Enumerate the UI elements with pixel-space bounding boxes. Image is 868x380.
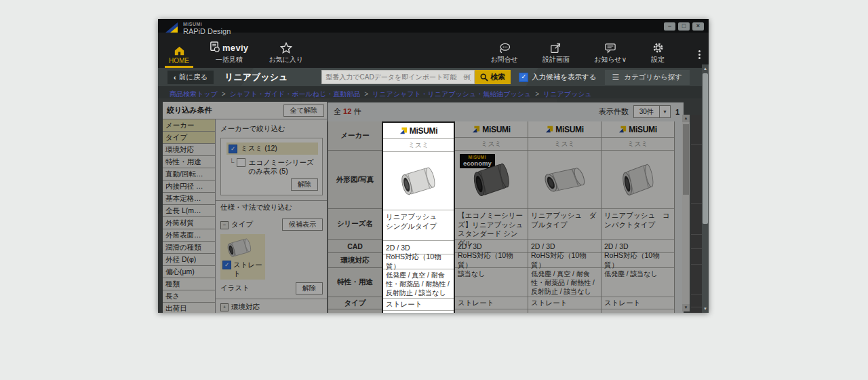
result-count: 全 12 件 (334, 107, 361, 117)
suggest-checkbox[interactable]: ✓ (519, 73, 528, 82)
type-filter-label: タイプ (231, 220, 253, 228)
category-search-button[interactable]: ☰ カテゴリから探す (605, 70, 690, 85)
minimize-button[interactable]: – (664, 22, 675, 31)
bushing-image (394, 166, 443, 196)
checkbox-checked-icon[interactable]: ✓ (222, 261, 231, 269)
breadcrumb-link[interactable]: リニアシャフト・リニアブッシュ・無給油ブッシュ (372, 90, 531, 99)
misumi-logo-icon (545, 126, 553, 134)
page-title: リニアブッシュ (224, 71, 288, 83)
filter-nav-item[interactable]: 潤滑の種類 (163, 242, 215, 254)
expand-icon: + (220, 303, 229, 311)
gear-icon (652, 42, 665, 54)
filter-nav-item[interactable]: 偏心(μm) (163, 266, 215, 278)
env-filter-section[interactable]: + 環境対応 (220, 299, 323, 313)
table-scrollbar-thumb[interactable] (683, 124, 689, 195)
page-scrollbar[interactable]: ▲ ▼ (702, 64, 709, 313)
title-bar: MiSUMi RAPiD Design – □ × (158, 19, 709, 33)
brand-name: MiSUMi (183, 22, 231, 27)
app-window: MiSUMi RAPiD Design – □ × HOME (158, 19, 709, 313)
filter-nav-item[interactable]: 全長 L(m… (163, 205, 215, 217)
contact-phone-icon (498, 43, 511, 54)
filter-title: 絞り込み条件 (167, 105, 212, 115)
nav-contact[interactable]: お問合せ (491, 43, 518, 64)
checkbox-checked-icon[interactable]: ✓ (229, 145, 237, 153)
clear-all-button[interactable]: 全て解除 (283, 104, 324, 117)
product-column[interactable]: MiSUMi ミスミ MISUMI economy 【エコノミーシリーズ】リニア… (455, 121, 528, 313)
back-button[interactable]: ‹ 前に戻る (167, 71, 214, 84)
home-icon (174, 45, 185, 56)
filter-nav-item[interactable]: 長さ (163, 290, 215, 303)
product-photo (383, 152, 454, 210)
filter-nav-item[interactable]: 外径 D(φ) (163, 254, 215, 266)
page-scrollbar-thumb[interactable] (703, 73, 708, 224)
scroll-up-icon[interactable]: ▲ (702, 66, 709, 71)
filter-nav-item[interactable]: 環境対応 (163, 144, 215, 156)
filter-nav-item[interactable]: 出荷日 (163, 303, 215, 313)
scroll-down-icon[interactable]: ▼ (702, 307, 709, 311)
back-chevron-icon: ‹ (174, 73, 176, 81)
scroll-up-icon[interactable]: ▲ (682, 115, 690, 122)
filter-nav-item[interactable]: 直動/回転… (163, 168, 215, 180)
type-straight-option[interactable]: ✓ ストレート (220, 234, 265, 280)
nav-meviy-quote[interactable]: meviy 一括見積 (210, 41, 248, 64)
checkbox-unchecked-icon[interactable] (237, 158, 245, 167)
nav-design-screen[interactable]: 設計画面 (542, 43, 570, 64)
page-number: 1 (675, 108, 679, 116)
nav-settings[interactable]: 設定 (651, 42, 665, 64)
product-column-selected[interactable]: MiSUMi ミスミ リニアブッシュ シングルタイプ 2D / 3D RoHS対… (382, 121, 455, 313)
main-nav: HOME meviy 一括見積 お気に入り (158, 33, 709, 68)
series-name: リニアブッシュ シングルタイプ (383, 210, 454, 241)
filter-nav-item[interactable]: 外筒表面… (163, 229, 215, 242)
nav-notice[interactable]: お知らせ∨ (594, 43, 627, 64)
search-icon (480, 73, 488, 81)
product-photo: MISUMI economy (455, 151, 528, 209)
restore-button[interactable]: □ (678, 22, 690, 31)
maker-clear-button[interactable]: 解除 (291, 178, 318, 191)
product-column[interactable]: MiSUMi ミスミ リニアブッシュ ダブルタイプ 2D / 3D RoHS対応… (528, 121, 601, 313)
breadcrumb-link[interactable]: シャフト・ガイド・ボールねじ・直動部品 (230, 90, 361, 99)
series-name: リニアブッシュ コンパクトタイプ (601, 209, 674, 240)
hamburger-icon: ☰ (612, 73, 620, 82)
scroll-down-icon[interactable]: ▼ (682, 304, 690, 311)
product-photo (601, 151, 674, 209)
filter-nav-item[interactable]: 外筒材質 (163, 217, 215, 229)
filter-nav-item[interactable]: 内接円径 … (163, 180, 215, 193)
spec-section-title: 仕様・寸法で絞り込む (220, 201, 323, 215)
bushing-image (466, 162, 517, 197)
nav-favorites[interactable]: お気に入り (269, 42, 303, 64)
bushing-image (616, 163, 660, 197)
filter-nav-item[interactable]: 種類 (163, 278, 215, 290)
page-size-select[interactable]: 30件 ▼ (633, 105, 671, 118)
filter-sidebar: 絞り込み条件 全て解除 メーカー タイプ 環境対応 特性・用途 直動/回転… 内… (163, 102, 327, 313)
maker-checkbox-row[interactable]: ✓ ミスミ (12) (226, 142, 318, 155)
breadcrumb-current[interactable]: リニアブッシュ (543, 90, 592, 99)
series-name: リニアブッシュ ダブルタイプ (528, 209, 601, 240)
meviy-document-icon (210, 41, 220, 52)
more-menu-icon[interactable] (698, 50, 701, 64)
external-link-icon (550, 43, 561, 54)
type-clear-button[interactable]: 解除 (296, 282, 323, 294)
clipped-product-column (691, 115, 702, 313)
product-column[interactable]: MiSUMi ミスミ リニアブッシュ コンパクトタイプ 2D / 3D RoHS… (601, 121, 675, 313)
chevron-down-icon: ▼ (659, 106, 670, 117)
breadcrumb-link[interactable]: 商品検索トップ (170, 90, 218, 99)
row-label-column: メーカー 外形図/写真 シリーズ名 CAD 環境対応 特性・用途 タイプ スタイ… (328, 121, 382, 313)
filter-nav-item[interactable]: 基本定格… (163, 193, 215, 205)
table-scrollbar[interactable]: ▲ ▼ (682, 115, 690, 311)
collapse-icon[interactable]: − (220, 221, 229, 229)
filter-nav-maker[interactable]: メーカー (163, 119, 215, 132)
part-number-search-input[interactable] (321, 70, 475, 84)
filter-nav-type[interactable]: タイプ (163, 132, 215, 144)
meviy-brand: meviy (222, 43, 248, 53)
close-button[interactable]: × (692, 22, 704, 31)
search-button[interactable]: 検索 (475, 70, 511, 84)
nav-home[interactable]: HOME (169, 45, 189, 64)
economy-checkbox-row[interactable]: └ エコノミーシリーズのみ表示 (5) (229, 158, 318, 176)
app-name: RAPiD Design (183, 27, 231, 36)
candidates-button[interactable]: 候補表示 (282, 218, 323, 231)
comparison-table: メーカー 外形図/写真 シリーズ名 CAD 環境対応 特性・用途 タイプ スタイ… (328, 121, 684, 313)
filter-nav-item[interactable]: 特性・用途 (163, 156, 215, 168)
illustration-label: イラスト (220, 284, 250, 293)
content-area: 絞り込み条件 全て解除 メーカー タイプ 環境対応 特性・用途 直動/回転… 内… (158, 98, 709, 313)
speech-bubble-icon (604, 43, 616, 54)
